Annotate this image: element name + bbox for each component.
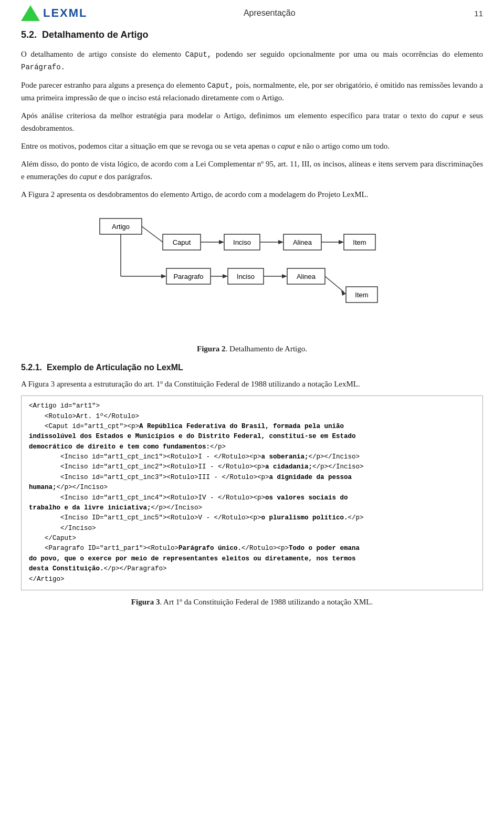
code-block: <Artigo id="art1"> <Rotulo>Art. 1º</Rotu…: [21, 395, 483, 590]
italic-caput-3: caput: [79, 172, 97, 181]
code-bold-5: a cidadania;: [265, 463, 312, 471]
header-page-number: 11: [452, 9, 483, 18]
code-line-1: <Artigo id="art1">: [29, 402, 100, 410]
svg-text:Inciso: Inciso: [237, 273, 255, 280]
svg-marker-27: [282, 274, 287, 278]
intro-text: A Figura 3 apresenta a estruturação do a…: [21, 378, 483, 390]
italic-caput-2: caput: [278, 142, 295, 150]
subsection-title: 5.2.1. Exemplo de Articulação no LexML: [21, 363, 483, 372]
figure2-diagram: Artigo Caput Inciso: [21, 213, 483, 339]
svg-text:Alinea: Alinea: [297, 273, 316, 280]
svg-marker-10: [278, 240, 284, 244]
diagram-svg-wrapper: Artigo Caput Inciso: [94, 213, 410, 339]
svg-line-2: [142, 226, 163, 242]
code-bold-9: trabalho e da livre iniciativa;: [29, 504, 151, 512]
header: LEXML Apresentação 11: [0, 0, 504, 25]
paragraph-1: O detalhamento de artigo consiste do ele…: [21, 48, 483, 74]
code-bold-11: Parágrafo único.: [178, 545, 242, 552]
paragraph-4: Entre os motivos, podemos citar a situaç…: [21, 140, 483, 152]
page: LEXML Apresentação 11 5.2. Detalhamento …: [0, 0, 504, 834]
code-caput-1: Caput,: [185, 50, 212, 59]
subsection-title-text: Exemplo de Articulação no LexML: [47, 363, 183, 372]
section-title: 5.2. Detalhamento de Artigo: [21, 29, 483, 40]
svg-marker-19: [161, 274, 166, 278]
code-bold-10: o pluralismo político.: [261, 514, 348, 522]
svg-text:Alinea: Alinea: [293, 238, 312, 246]
code-bold-13: do povo, que o exerce por meio de repres…: [29, 555, 356, 562]
code-paragrafo: Parágrafo.: [21, 63, 65, 71]
diagram-svg: Artigo Caput Inciso: [94, 213, 410, 339]
figure2-caption: Figura 2. Detalhamento de Artigo.: [21, 345, 483, 353]
figure2-caption-text: . Detalhamento de Artigo.: [226, 345, 307, 353]
figure3-caption: Figura 3. Art 1º da Constituição Federal…: [21, 598, 483, 607]
code-bold-1: A República Federativa do Brasil, formad…: [139, 423, 344, 430]
main-content: 5.2. Detalhamento de Artigo O detalhamen…: [0, 25, 504, 617]
paragraph-5: Além disso, do ponto de vista lógico, de…: [21, 158, 483, 183]
svg-text:Artigo: Artigo: [112, 223, 130, 231]
figure2-caption-label: Figura 2: [197, 345, 226, 353]
svg-marker-23: [223, 274, 228, 278]
logo-text: LEXML: [43, 6, 88, 20]
code-bold-2: indissolúvel dos Estados e Municípios e …: [29, 433, 356, 440]
code-bold-6: a dignidade da pessoa: [269, 474, 352, 481]
italic-caput-1: caput: [442, 111, 459, 120]
logo-triangle-icon: [21, 5, 40, 21]
code-bold-4: a soberania;: [261, 453, 309, 461]
svg-text:Caput: Caput: [173, 238, 191, 246]
code-bold-8: os valores sociais do: [265, 494, 348, 502]
subsection-number: 5.2.1.: [21, 363, 42, 372]
paragraph-2: Pode parecer estranho para alguns a pres…: [21, 79, 483, 104]
svg-text:Inciso: Inciso: [233, 238, 251, 246]
section-title-text: Detalhamento de Artigo: [42, 29, 148, 40]
logo: LEXML: [21, 5, 88, 21]
code-bold-3: democrático de direito e tem como fundam…: [29, 443, 210, 451]
svg-text:Paragrafo: Paragrafo: [173, 273, 203, 280]
figure3-caption-text: . Art 1º da Constituição Federal de 1988…: [160, 598, 373, 606]
code-bold-14: desta Constituição.: [29, 565, 104, 572]
svg-text:Item: Item: [355, 291, 368, 299]
header-title: Apresentação: [88, 8, 452, 18]
svg-line-30: [325, 276, 344, 292]
svg-text:Item: Item: [353, 238, 366, 246]
svg-marker-14: [339, 240, 344, 244]
svg-marker-6: [219, 240, 224, 244]
code-bold-7: humana;: [29, 484, 57, 491]
paragraph-3: Após análise criteriosa da melhor estrat…: [21, 109, 483, 134]
figure3-caption-label: Figura 3: [131, 598, 160, 606]
svg-marker-31: [341, 290, 346, 296]
code-bold-12: Todo o poder emana: [289, 545, 360, 552]
paragraph-6: A Figura 2 apresenta os desdobramentos d…: [21, 188, 483, 201]
code-caput-2: Caput,: [207, 81, 234, 90]
section-number: 5.2.: [21, 29, 37, 40]
